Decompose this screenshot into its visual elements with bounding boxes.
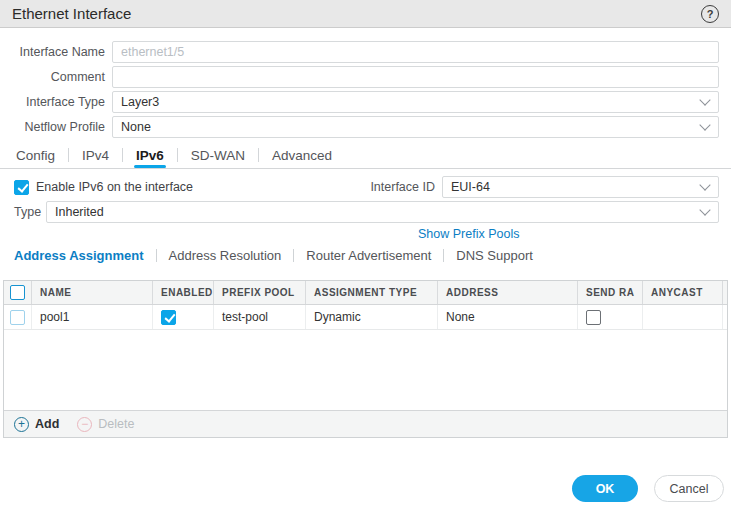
ok-button[interactable]: OK	[572, 475, 638, 502]
netflow-profile-row: Netflow Profile None	[0, 116, 719, 138]
tab-sd-wan[interactable]: SD-WAN	[189, 142, 247, 168]
subtab-separator	[293, 249, 294, 262]
cell-send-ra	[578, 305, 643, 329]
chevron-down-icon	[699, 119, 710, 130]
add-icon: +	[14, 417, 29, 432]
subtab-address-assignment[interactable]: Address Assignment	[14, 248, 144, 263]
subtab-router-advertisement[interactable]: Router Advertisement	[306, 248, 431, 263]
add-button-label: Add	[35, 417, 59, 431]
main-tabs: Config IPv4 IPv6 SD-WAN Advanced	[14, 142, 334, 168]
interface-name-label: Interface Name	[0, 45, 105, 59]
interface-type-select[interactable]: Layer3	[112, 91, 719, 113]
tab-ipv6[interactable]: IPv6	[134, 142, 166, 168]
column-header-prefix-pool[interactable]: PREFIX POOL	[214, 281, 306, 304]
cell-anycast	[643, 305, 723, 329]
column-header-filler	[723, 281, 731, 304]
chevron-down-icon	[699, 179, 710, 190]
cell-name: pool1	[32, 305, 153, 329]
subtab-dns-support[interactable]: DNS Support	[456, 248, 533, 263]
interface-type-value: Layer3	[121, 95, 159, 109]
comment-field[interactable]	[112, 66, 719, 88]
tab-config[interactable]: Config	[14, 142, 57, 168]
dialog-titlebar: Ethernet Interface ?	[0, 0, 731, 28]
interface-id-group: Interface ID EUI-64	[370, 176, 719, 198]
row-select-checkbox[interactable]	[10, 310, 25, 325]
chevron-down-icon	[699, 204, 710, 215]
table-row[interactable]: pool1 test-pool Dynamic None	[4, 305, 727, 330]
ipv6-type-select[interactable]: Inherited	[46, 201, 719, 223]
ipv6-subtabs: Address Assignment Address Resolution Ro…	[14, 246, 533, 264]
ipv6-type-row: Type Inherited	[14, 201, 719, 223]
delete-icon: −	[77, 417, 92, 432]
subtab-address-resolution[interactable]: Address Resolution	[169, 248, 282, 263]
dialog-title: Ethernet Interface	[12, 5, 131, 22]
cell-enabled	[153, 305, 214, 329]
address-assignment-table: NAME ENABLED PREFIX POOL ASSIGNMENT TYPE…	[3, 280, 728, 438]
tab-ipv4[interactable]: IPv4	[80, 142, 111, 168]
cell-prefix-pool: test-pool	[214, 305, 306, 329]
column-header-send-ra[interactable]: SEND RA	[578, 281, 643, 304]
interface-id-label: Interface ID	[370, 180, 435, 194]
ipv6-type-label: Type	[14, 205, 40, 219]
column-header-address[interactable]: ADDRESS	[438, 281, 578, 304]
enable-ipv6-row: Enable IPv6 on the interface Interface I…	[14, 176, 719, 198]
table-empty-area	[4, 330, 727, 410]
netflow-profile-label: Netflow Profile	[0, 120, 105, 134]
tab-separator	[122, 148, 123, 162]
add-button[interactable]: + Add	[14, 417, 59, 432]
tabs-divider	[0, 168, 731, 169]
ipv6-type-value: Inherited	[55, 205, 104, 219]
send-ra-checkbox[interactable]	[586, 310, 601, 325]
enabled-checkbox[interactable]	[161, 310, 176, 325]
netflow-profile-value: None	[121, 120, 151, 134]
column-header-enabled[interactable]: ENABLED	[153, 281, 214, 304]
show-prefix-pools-link[interactable]: Show Prefix Pools	[418, 227, 519, 241]
subtab-separator	[156, 249, 157, 262]
comment-row: Comment	[0, 66, 719, 88]
column-header-assignment-type[interactable]: ASSIGNMENT TYPE	[306, 281, 438, 304]
interface-name-row: Interface Name	[0, 41, 719, 63]
tab-advanced[interactable]: Advanced	[270, 142, 334, 168]
help-icon[interactable]: ?	[701, 5, 719, 23]
cell-address: None	[438, 305, 578, 329]
row-select-cell	[4, 305, 32, 329]
interface-type-label: Interface Type	[0, 95, 105, 109]
enable-ipv6-label: Enable IPv6 on the interface	[36, 180, 193, 194]
select-all-checkbox[interactable]	[10, 285, 25, 300]
ethernet-interface-dialog: Ethernet Interface ? Interface Name Comm…	[0, 0, 731, 515]
column-header-name[interactable]: NAME	[32, 281, 153, 304]
column-header-anycast[interactable]: ANYCAST	[643, 281, 723, 304]
subtab-separator	[443, 249, 444, 262]
tab-separator	[177, 148, 178, 162]
cancel-button[interactable]: Cancel	[654, 475, 724, 502]
tab-separator	[68, 148, 69, 162]
cell-filler	[723, 305, 731, 329]
interface-id-select[interactable]: EUI-64	[442, 176, 719, 198]
table-toolbar: + Add − Delete	[4, 410, 727, 437]
chevron-down-icon	[699, 94, 710, 105]
netflow-profile-select[interactable]: None	[112, 116, 719, 138]
interface-name-field[interactable]	[112, 41, 719, 63]
header-select-cell	[4, 281, 32, 304]
interface-id-value: EUI-64	[451, 180, 490, 194]
delete-button[interactable]: − Delete	[77, 417, 134, 432]
enable-ipv6-checkbox[interactable]	[14, 180, 29, 195]
tab-separator	[258, 148, 259, 162]
delete-button-label: Delete	[98, 417, 134, 431]
comment-label: Comment	[0, 70, 105, 84]
interface-type-row: Interface Type Layer3	[0, 91, 719, 113]
table-header-row: NAME ENABLED PREFIX POOL ASSIGNMENT TYPE…	[4, 281, 727, 305]
cell-assignment-type: Dynamic	[306, 305, 438, 329]
